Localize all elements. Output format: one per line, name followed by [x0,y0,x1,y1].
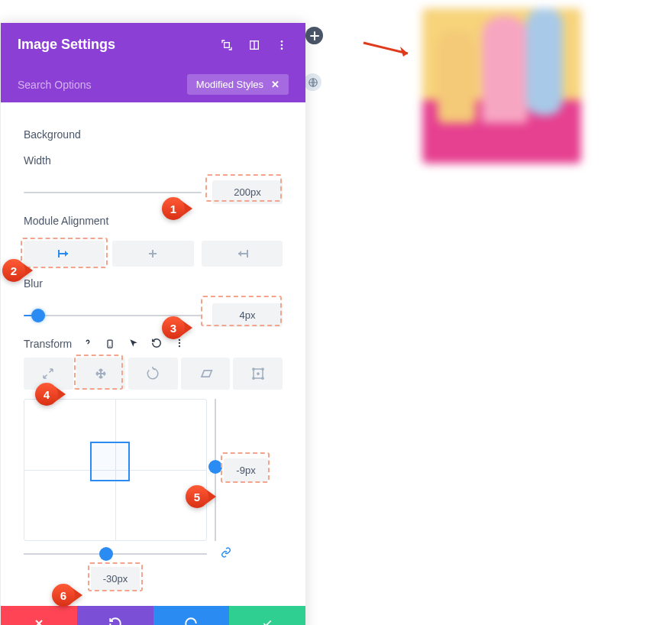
filter-tag-close-icon[interactable]: ✕ [271,79,279,90]
align-center-button[interactable] [112,241,193,267]
menu-icon[interactable] [275,38,289,52]
save-button[interactable] [229,606,305,625]
svg-point-23 [179,339,180,341]
svg-rect-2 [438,31,476,131]
svg-rect-3 [482,16,528,138]
undo-button[interactable] [77,606,153,625]
transform-translate-tab[interactable] [76,358,126,390]
preview-image [422,8,581,164]
transform-x-slider[interactable] [24,553,207,555]
align-right-button[interactable] [202,241,283,267]
svg-rect-9 [225,42,230,47]
background-label: Background [24,128,283,141]
callout-2: 2 [2,259,33,282]
transform-origin-tab[interactable] [233,358,283,390]
cancel-button[interactable] [1,606,77,625]
transform-y-value-input[interactable]: -9px [224,458,268,482]
svg-point-24 [179,342,180,344]
redo-button[interactable] [153,606,230,625]
callout-5: 5 [186,485,216,508]
svg-rect-4 [526,8,563,115]
image-settings-panel: Image Settings Modified Styles ✕ Backgro… [1,23,305,625]
svg-point-14 [281,47,283,50]
transform-rotate-tab[interactable] [128,358,178,390]
callout-1: 1 [162,197,192,220]
callout-4: 4 [35,383,66,406]
width-value-input[interactable]: 200px [212,180,283,204]
transform-position-grid[interactable] [24,399,207,541]
align-left-button[interactable] [24,241,105,267]
panel-title: Image Settings [18,37,220,53]
module-alignment-label: Module Alignment [24,215,283,227]
width-label: Width [24,154,283,167]
filter-tag-modified-styles[interactable]: Modified Styles ✕ [187,74,289,95]
bottom-action-bar [1,606,305,625]
svg-rect-5 [422,123,581,164]
transform-label: Transform [24,338,72,350]
blur-value-input[interactable]: 4px [212,303,283,327]
help-icon[interactable] [82,338,95,350]
svg-point-28 [262,368,263,370]
svg-point-12 [281,40,283,43]
callout-3: 3 [162,316,192,339]
global-icon[interactable] [304,73,321,91]
transform-y-slider[interactable] [215,399,216,541]
panel-header: Image Settings [1,23,305,66]
search-input[interactable] [18,79,179,91]
blur-label: Blur [24,277,283,290]
svg-point-27 [253,368,254,370]
svg-point-31 [257,373,259,374]
svg-point-30 [262,377,263,379]
transform-skew-tab[interactable] [181,358,231,390]
svg-point-29 [253,377,254,379]
expand-icon[interactable] [220,38,234,52]
svg-point-13 [281,44,283,46]
hover-icon[interactable] [128,338,141,350]
filter-tag-label: Modified Styles [196,79,263,90]
more-icon[interactable] [174,338,186,350]
link-values-icon[interactable] [219,547,233,561]
add-module-button[interactable] [305,27,323,44]
device-icon[interactable] [105,338,118,350]
arrow-annotation [360,38,418,63]
width-slider[interactable] [24,192,202,193]
transform-x-value-input[interactable]: -30px [91,567,140,591]
callout-6: 6 [52,584,82,607]
reset-icon[interactable] [151,338,163,350]
search-bar: Modified Styles ✕ [1,66,305,102]
svg-point-25 [179,345,180,347]
layout-icon[interactable] [247,38,261,52]
